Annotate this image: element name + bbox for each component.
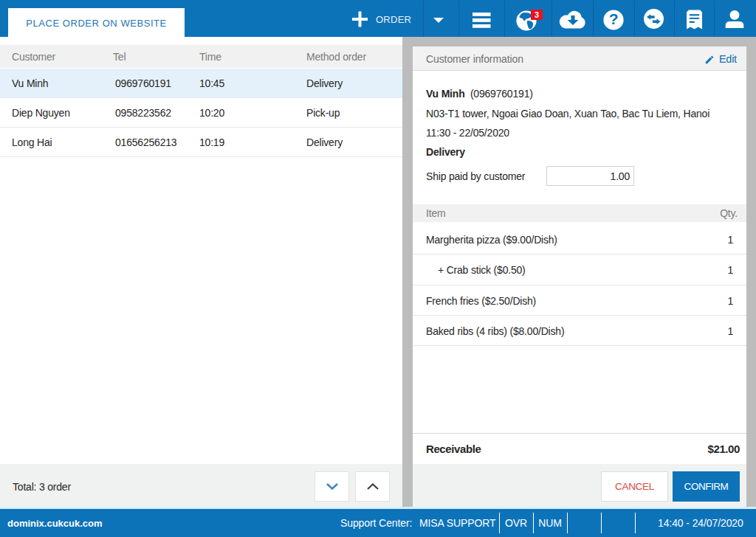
svg-text:?: ? — [609, 10, 619, 27]
